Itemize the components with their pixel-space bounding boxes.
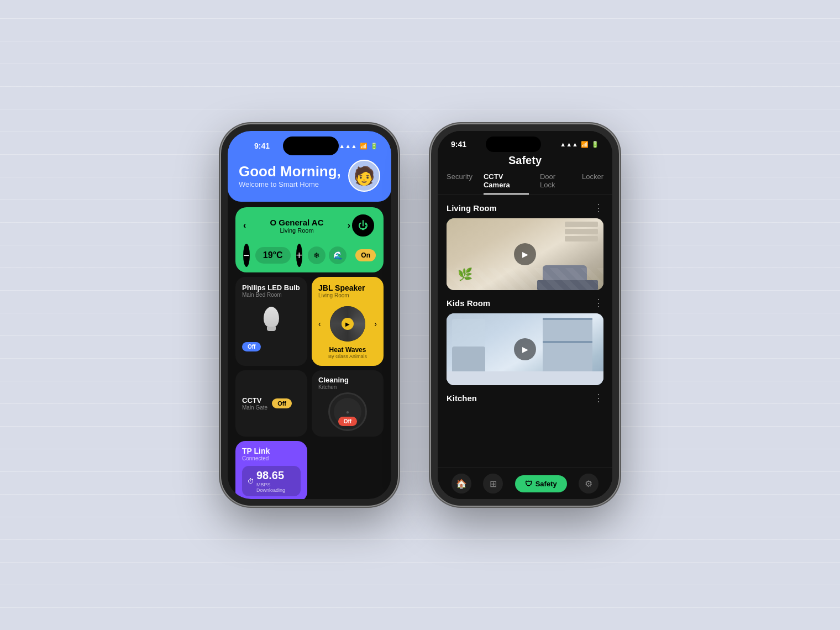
ac-room: Living Room <box>246 227 347 234</box>
power-icon: ⏻ <box>358 220 368 232</box>
speaker-disk: ▶ <box>330 306 365 342</box>
living-room-section: Living Room ⋮ 🌿 ▶ <box>438 202 612 290</box>
robot-vacuum: ● Off <box>328 392 367 431</box>
ac-name: O General AC <box>246 218 347 227</box>
kids-room-more-button[interactable]: ⋮ <box>594 297 603 309</box>
safety-scroll-content: Living Room ⋮ 🌿 ▶ <box>438 202 612 468</box>
ac-increase-button[interactable]: + <box>296 244 303 267</box>
bulb-shape <box>264 307 279 327</box>
greeting-text: Good Morning, <box>239 163 341 180</box>
ac-mode-icon[interactable]: 🌊 <box>329 246 347 264</box>
kids-room-title: Kids Room <box>447 298 490 308</box>
tplink-speed-display: ⏱ 98.65 MBPS Downloading <box>242 466 301 496</box>
speaker-artist: By Glass Animals <box>318 354 377 359</box>
cleaning-status[interactable]: Off <box>338 417 357 426</box>
speaker-name: JBL Speaker <box>318 284 377 292</box>
kitchen-title-partial: Kitchen <box>447 393 477 403</box>
led-status-badge[interactable]: Off <box>242 342 261 351</box>
tab-locker[interactable]: Locker <box>582 172 603 195</box>
kids-room-section: Kids Room ⋮ ▶ <box>438 297 612 385</box>
speaker-play-button[interactable]: ▶ <box>342 318 354 330</box>
speaker-card[interactable]: JBL Speaker Living Room ‹ ▶ › Heat Waves… <box>312 277 384 366</box>
safety-tabs: Security CCTV Camera Door Lock Locker <box>438 172 612 195</box>
tplink-card[interactable]: TP Link Connected ⏱ 98.65 MBPS Downloadi… <box>235 441 307 499</box>
safety-tab-label: Safety <box>536 480 557 488</box>
home-header: Good Morning, Welcome to Smart Home 🧑 <box>228 155 391 202</box>
cctv-card[interactable]: CCTV Main Gate Off <box>235 370 307 437</box>
cleaning-name: Cleaning <box>318 376 349 384</box>
avatar[interactable]: 🧑 <box>348 160 380 192</box>
led-bulb-name: Philips LED Bulb <box>242 284 300 292</box>
led-bulb-image <box>258 302 285 335</box>
phone-safety: 9:41 ▲▲▲ 📶 🔋 Safety Security CCTV Camera… <box>431 124 619 506</box>
tab-cctv-camera[interactable]: CCTV Camera <box>484 172 529 195</box>
living-room-play-button[interactable]: ▶ <box>514 243 536 265</box>
living-room-title: Living Room <box>447 203 497 213</box>
ac-card[interactable]: ‹ O General AC Living Room › ⏻ − 19°C + … <box>235 207 384 272</box>
cctv-info: CCTV Main Gate <box>242 396 267 411</box>
safety-settings-tab-button[interactable]: ⚙ <box>579 474 599 494</box>
cctv-status[interactable]: Off <box>272 398 292 408</box>
tplink-speed-label: MBPS Downloading <box>256 482 295 493</box>
safety-shield-icon: 🛡 <box>525 480 532 488</box>
safety-header: Safety <box>438 152 612 172</box>
ac-temperature: 19°C <box>255 247 291 264</box>
tab-door-lock[interactable]: Door Lock <box>540 172 571 195</box>
led-bulb-card[interactable]: Philips LED Bulb Main Bed Room Off <box>235 277 307 366</box>
speaker-song-title: Heat Waves <box>318 346 377 354</box>
status-icons-phone1: ▲▲▲ 📶 🔋 <box>339 143 378 150</box>
dynamic-island-phone2 <box>486 136 541 152</box>
cleaning-room: Kitchen <box>318 384 349 390</box>
safety-home-tab-button[interactable]: 🏠 <box>452 474 471 494</box>
speaker-room: Living Room <box>318 292 377 298</box>
status-time-phone1: 9:41 <box>241 139 283 153</box>
bulb-base <box>267 327 276 331</box>
speaker-next-button[interactable]: › <box>374 319 377 328</box>
ac-toggle[interactable]: On <box>355 249 376 261</box>
safety-grid-tab-button[interactable]: ⊞ <box>483 474 503 494</box>
ac-title-section: O General AC Living Room <box>246 218 347 234</box>
phone-smart-home: 9:41 ▲▲▲ 📶 🔋 Good Morning, Welcome to Sm… <box>221 124 398 506</box>
safety-safety-tab-button[interactable]: 🛡 Safety <box>515 475 567 492</box>
middle-cards-grid: Philips LED Bulb Main Bed Room Off JBL S… <box>235 277 384 366</box>
ac-decrease-button[interactable]: − <box>243 244 250 267</box>
cctv-location: Main Gate <box>242 405 267 411</box>
kids-room-camera-feed[interactable]: ▶ <box>447 313 603 385</box>
safety-tab-bar: 🏠 ⊞ 🛡 Safety ⚙ <box>438 468 612 499</box>
kitchen-section-partial: Kitchen ⋮ <box>438 392 612 408</box>
living-room-more-button[interactable]: ⋮ <box>594 202 603 214</box>
tab-security[interactable]: Security <box>447 172 473 195</box>
ac-fan-icon[interactable]: ❄ <box>308 246 326 264</box>
greeting-subtitle: Welcome to Smart Home <box>239 180 341 188</box>
kids-room-play-button[interactable]: ▶ <box>514 338 536 360</box>
status-icons-phone2: ▲▲▲ 📶 🔋 <box>560 141 599 148</box>
tplink-status: Connected <box>242 455 301 461</box>
led-bulb-room: Main Bed Room <box>242 292 282 298</box>
home-greeting: Good Morning, Welcome to Smart Home <box>239 163 341 188</box>
speaker-disk-inner: ▶ <box>330 306 365 342</box>
ac-power-button[interactable]: ⏻ <box>350 213 376 238</box>
tplink-speed-value: 98.65 <box>256 469 295 482</box>
living-room-camera-feed[interactable]: 🌿 ▶ <box>447 218 603 290</box>
speaker-prev-button[interactable]: ‹ <box>318 319 321 328</box>
tplink-name: TP Link <box>242 447 301 455</box>
safety-page-title: Safety <box>449 154 601 167</box>
kitchen-more-button[interactable]: ⋮ <box>594 392 603 404</box>
dynamic-island-phone1 <box>283 136 339 155</box>
cleaning-card[interactable]: Cleaning Kitchen ● Off <box>312 370 384 437</box>
status-time-phone2: 9:41 <box>451 140 466 149</box>
cctv-name: CCTV <box>242 396 267 405</box>
